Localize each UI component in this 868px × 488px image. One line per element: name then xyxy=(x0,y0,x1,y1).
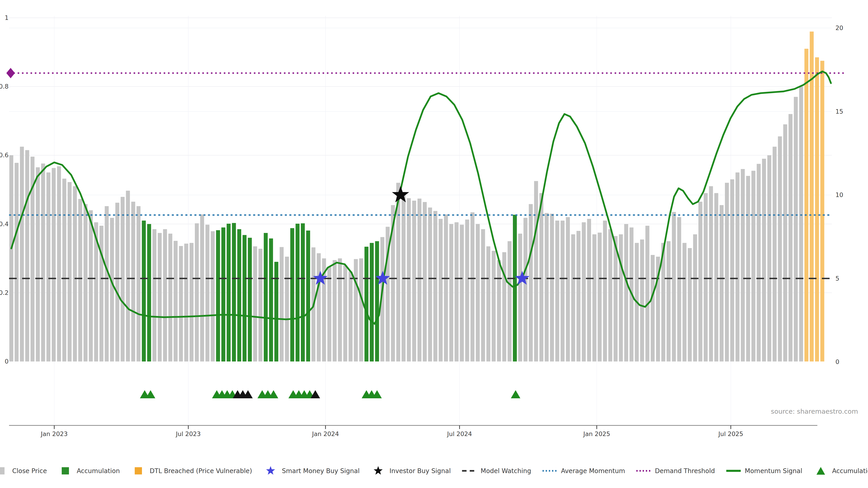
bar-accumulation xyxy=(221,228,225,361)
x-axis-label: Jul 2023 xyxy=(176,430,201,437)
legend-item-smart-money-buy-signal[interactable]: Smart Money Buy Signal xyxy=(262,466,360,476)
legend-star xyxy=(266,466,275,475)
y-right-label: 0 xyxy=(835,358,839,365)
bar-close-price xyxy=(417,199,422,361)
bar-close-price xyxy=(338,258,342,361)
bar-close-price xyxy=(566,217,570,361)
bar-close-price xyxy=(211,231,215,361)
legend-star xyxy=(374,466,383,475)
bar-close-price xyxy=(539,193,544,361)
dashes-swatch-icon xyxy=(461,466,477,476)
bar-accumulation xyxy=(296,224,300,361)
bar-accumulation xyxy=(142,221,146,361)
bar-accumulation xyxy=(216,230,220,361)
bar-close-price xyxy=(481,229,485,361)
legend-label: Momentum Signal xyxy=(745,467,802,475)
bar-close-price xyxy=(200,215,204,361)
star-swatch-icon xyxy=(262,466,279,476)
bar-close-price xyxy=(206,225,210,361)
bar-close-price xyxy=(577,231,581,361)
bar-close-price xyxy=(428,207,432,361)
bar-close-price xyxy=(253,246,257,361)
bar-close-price xyxy=(741,169,745,361)
bar-close-price xyxy=(105,206,109,361)
bar-close-price xyxy=(285,257,289,361)
bar-close-price xyxy=(497,260,501,361)
bar-close-price xyxy=(15,163,19,361)
bar-close-price xyxy=(783,124,787,361)
bar-accumulation xyxy=(248,238,252,361)
bar-close-price xyxy=(163,229,167,361)
y-right-label: 15 xyxy=(835,108,843,115)
legend-swatch xyxy=(135,467,142,475)
bar-accumulation xyxy=(306,230,310,361)
legend-item-average-momentum[interactable]: Average Momentum xyxy=(541,466,625,476)
bar-accumulation xyxy=(370,243,374,361)
bar-close-price xyxy=(354,259,358,361)
legend-item-investor-buy-signal[interactable]: Investor Buy Signal xyxy=(370,466,451,476)
bar-close-price xyxy=(407,198,411,361)
legend-item-close-price[interactable]: Close Price xyxy=(0,466,47,476)
bar-close-price xyxy=(767,155,772,361)
bar-close-price xyxy=(561,221,565,361)
legend-item-accumulation[interactable]: Accumulation xyxy=(813,466,868,476)
chart-canvas: Jan 2023Jul 2023Jan 2024Jul 2024Jan 2025… xyxy=(0,0,868,488)
bar-close-price xyxy=(455,222,459,361)
rect-swatch-icon xyxy=(57,466,73,476)
bar-accumulation xyxy=(290,228,294,361)
bar-close-price xyxy=(699,202,703,361)
y-left-label: 0.8 xyxy=(0,83,8,90)
bar-close-price xyxy=(608,229,612,361)
bar-close-price xyxy=(57,166,61,361)
bar-close-price xyxy=(714,193,718,361)
source-note: source: sharemaestro.com xyxy=(771,408,858,415)
bar-close-price xyxy=(115,203,119,361)
line-swatch-icon xyxy=(725,466,742,476)
bar-close-price xyxy=(582,222,586,361)
bar-close-price xyxy=(190,243,194,361)
bar-close-price xyxy=(9,155,13,361)
accumulation-marker-row xyxy=(140,390,520,398)
bar-close-price xyxy=(751,171,755,361)
legend-item-dtl-breached-price-vulnerable-[interactable]: DTL Breached (Price Vulnerable) xyxy=(130,466,252,476)
bar-close-price xyxy=(788,114,793,361)
bar-close-price xyxy=(333,260,337,361)
bar-close-price xyxy=(682,243,686,361)
price-bars xyxy=(9,32,824,361)
demand-threshold-diamond xyxy=(6,68,15,78)
bar-close-price xyxy=(492,251,496,361)
bar-close-price xyxy=(709,186,713,361)
bar-close-price xyxy=(736,172,740,361)
y-left-label: 0.4 xyxy=(0,221,8,228)
bar-close-price xyxy=(487,246,491,361)
bar-close-price xyxy=(343,265,347,361)
bar-close-price xyxy=(195,223,199,361)
bar-close-price xyxy=(545,213,549,361)
legend: Close PriceAccumulationDTL Breached (Pri… xyxy=(0,466,868,476)
bar-close-price xyxy=(773,147,777,361)
bar-close-price xyxy=(592,234,596,361)
x-axis-label: Jan 2023 xyxy=(40,430,68,437)
legend-label: Close Price xyxy=(12,467,47,475)
bar-close-price xyxy=(688,248,692,361)
legend-label: Smart Money Buy Signal xyxy=(282,467,360,475)
dots-swatch-icon xyxy=(636,466,652,476)
bar-close-price xyxy=(778,136,782,361)
bar-close-price xyxy=(62,179,66,361)
legend-item-model-watching[interactable]: Model Watching xyxy=(461,466,531,476)
dots-swatch-icon xyxy=(541,466,558,476)
bar-close-price xyxy=(550,214,554,361)
bar-close-price xyxy=(41,164,45,361)
y-left-label: 0 xyxy=(5,358,8,365)
accumulation-triangle xyxy=(511,390,520,398)
bar-close-price xyxy=(619,234,623,361)
bar-close-price xyxy=(433,211,437,361)
bar-close-price xyxy=(730,180,734,361)
legend-item-momentum-signal[interactable]: Momentum Signal xyxy=(725,466,802,476)
x-axis-label: Jul 2024 xyxy=(447,430,472,437)
bar-close-price xyxy=(651,255,655,361)
bar-close-price xyxy=(529,204,533,361)
legend-item-demand-threshold[interactable]: Demand Threshold xyxy=(636,466,715,476)
bar-close-price xyxy=(52,168,56,361)
legend-item-accumulation[interactable]: Accumulation xyxy=(57,466,120,476)
